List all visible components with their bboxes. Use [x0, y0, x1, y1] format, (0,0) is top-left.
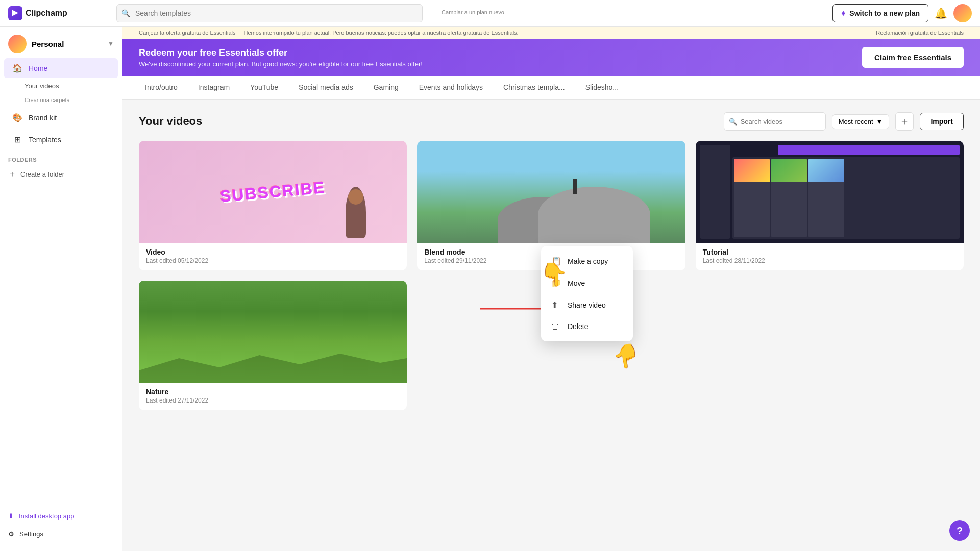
content-area: Canjear la oferta gratuita de Essentials…: [122, 27, 980, 551]
video-name-nature: Nature: [146, 388, 400, 396]
notification-bell-icon[interactable]: 🔔: [935, 7, 947, 19]
sidebar-item-brandkit-label: Brand kit: [29, 114, 57, 122]
tab-intro-outro[interactable]: Intro/outro: [135, 76, 188, 99]
move-label: Move: [568, 279, 585, 287]
tutorial-thumb1: [734, 159, 770, 237]
tutorial-header: [778, 145, 960, 155]
video-card-tutorial-info: Tutorial Last edited 28/11/2022: [696, 243, 964, 270]
tab-social-media-ads[interactable]: Social media ads: [288, 76, 363, 99]
video-date-tutorial: Last edited 28/11/2022: [703, 257, 957, 264]
tutorial-inner: [696, 141, 964, 243]
settings-button[interactable]: ⚙ Settings: [0, 525, 122, 543]
tab-instagram[interactable]: Instagram: [188, 76, 240, 99]
videos-header: Your videos 🔍 Most recent ▼ ＋ Import: [139, 112, 964, 131]
sort-dropdown[interactable]: Most recent ▼: [832, 114, 890, 129]
install-app-label: Install desktop app: [19, 512, 74, 520]
sidebar-item-templates-label: Templates: [29, 136, 61, 144]
tab-slideshow[interactable]: Slidesho...: [575, 76, 629, 99]
tab-gaming[interactable]: Gaming: [363, 76, 409, 99]
sidebar: Personal ▼ 🏠 Home Your videos Crear una …: [0, 27, 122, 551]
create-folder-sub-label: Crear una carpeta: [24, 97, 70, 103]
your-videos-label: Your videos: [24, 82, 59, 90]
download-icon: ⬇: [8, 512, 14, 520]
search-templates-input[interactable]: [116, 4, 423, 22]
category-tabs: Intro/outro Instagram YouTube Social med…: [122, 76, 980, 100]
tab-christmas[interactable]: Christmas templa...: [493, 76, 575, 99]
person-on-rock: [573, 179, 577, 194]
import-button[interactable]: Import: [920, 113, 964, 130]
sidebar-item-create-folder-sub[interactable]: Crear una carpeta: [0, 93, 122, 107]
templates-icon: ⊞: [12, 135, 22, 144]
delete-label: Delete: [568, 322, 588, 331]
context-menu-move[interactable]: 📁 Move: [541, 272, 633, 294]
sidebar-item-your-videos[interactable]: Your videos: [0, 79, 122, 93]
move-icon: 📁: [551, 278, 561, 288]
tutorial-content: [732, 157, 960, 239]
add-video-button[interactable]: ＋: [895, 112, 914, 131]
search-videos-icon: 🔍: [729, 118, 737, 126]
claim-essentials-button[interactable]: Claim free Essentials: [862, 47, 964, 68]
diamond-icon: ♦: [841, 9, 845, 18]
search-videos-input[interactable]: [724, 112, 826, 131]
banner-subtitle: We've discontinued your current plan. Bu…: [139, 60, 423, 68]
help-button[interactable]: ?: [949, 520, 970, 541]
essentials-banner: Redeem your free Essentials offer We've …: [122, 39, 980, 76]
video-date-subscribe: Last edited 05/12/2022: [146, 257, 400, 264]
chevron-down-icon: ▼: [108, 40, 114, 47]
subscribe-text: SUBSCRIBE: [219, 178, 326, 206]
video-thumb-nature: [139, 281, 407, 383]
sidebar-item-home[interactable]: 🏠 Home: [4, 58, 118, 78]
sidebar-bottom: ⬇ Install desktop app ⚙ Settings: [0, 503, 122, 547]
sidebar-item-brandkit[interactable]: 🎨 Brand kit: [4, 108, 118, 128]
tab-events-holidays[interactable]: Events and holidays: [409, 76, 493, 99]
chevron-down-icon: ▼: [876, 118, 883, 126]
video-thumb-subscribe: SUBSCRIBE: [139, 141, 407, 243]
main-layout: Personal ▼ 🏠 Home Your videos Crear una …: [0, 27, 980, 551]
create-folder-button[interactable]: ＋ Create a folder: [0, 165, 122, 184]
topbar-right: ♦ Switch to a new plan 🔔: [832, 4, 972, 22]
context-menu-make-copy[interactable]: 📋 Make a copy: [541, 250, 633, 272]
gear-icon: ⚙: [8, 530, 14, 538]
question-mark-icon: ?: [957, 525, 963, 537]
tutorial-main: [732, 145, 960, 239]
sidebar-avatar: [8, 35, 27, 53]
video-card-subscribe[interactable]: SUBSCRIBE Video Last edited 05/12/2022: [139, 141, 407, 270]
video-date-nature: Last edited 27/11/2022: [146, 397, 400, 404]
make-copy-label: Make a copy: [568, 257, 608, 265]
topbar: Clipchamp 🔍 Cambiar a un plan nuevo ♦ Sw…: [0, 0, 980, 27]
context-menu-delete[interactable]: 🗑 Delete: [541, 316, 633, 337]
switch-plan-label: Switch to a new plan: [849, 9, 920, 17]
tab-youtube[interactable]: YouTube: [240, 76, 288, 99]
video-card-nature[interactable]: Nature Last edited 27/11/2022: [139, 281, 407, 410]
notice-sub: Hemos interrumpido tu plan actual. Pero …: [244, 30, 519, 36]
person-figure: [346, 187, 366, 238]
small-notice: Canjear la oferta gratuita de Essentials…: [122, 27, 980, 39]
logo-icon: [8, 6, 22, 20]
head-figure: [348, 189, 363, 205]
tutorial-thumb2: [771, 159, 807, 237]
reclamacion-label: Reclamación gratuita de Essentials: [876, 30, 964, 36]
install-desktop-app-button[interactable]: ⬇ Install desktop app: [0, 507, 122, 525]
video-thumb-blend: [417, 141, 685, 243]
user-avatar[interactable]: [953, 4, 972, 22]
user-name: Personal: [32, 40, 103, 48]
home-icon: 🏠: [12, 63, 22, 73]
cambiar-plan-label: Cambiar a un plan nuevo: [442, 9, 504, 15]
folders-section-title: FOLDERS: [0, 151, 122, 165]
nature-bg: [139, 281, 407, 383]
brandkit-icon: 🎨: [12, 113, 22, 122]
search-icon: 🔍: [121, 9, 130, 17]
sidebar-user[interactable]: Personal ▼: [0, 31, 122, 57]
logo[interactable]: Clipchamp: [8, 6, 67, 20]
tutorial-sidebar: [700, 145, 730, 239]
user-info: Personal: [32, 40, 103, 48]
context-menu-share-video[interactable]: ⬆ Share video: [541, 294, 633, 316]
create-folder-label: Create a folder: [20, 170, 64, 178]
rock-right: [538, 187, 650, 243]
switch-plan-button[interactable]: ♦ Switch to a new plan: [832, 4, 928, 22]
video-card-tutorial[interactable]: Tutorial Last edited 28/11/2022: [696, 141, 964, 270]
video-thumb-tutorial: [696, 141, 964, 243]
sidebar-item-templates[interactable]: ⊞ Templates: [4, 130, 118, 149]
trash-icon: 🗑: [551, 322, 561, 331]
context-menu: 📋 Make a copy 📁 Move ⬆ Share video 🗑 Del…: [541, 246, 633, 341]
